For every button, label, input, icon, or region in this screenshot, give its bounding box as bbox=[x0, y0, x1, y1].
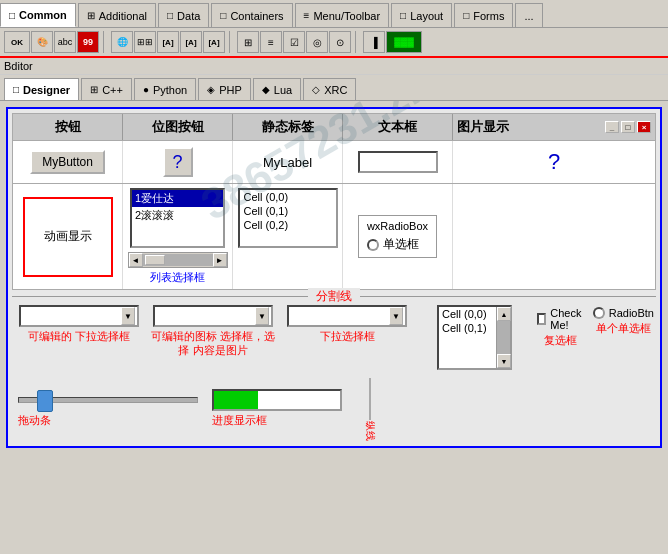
tab-designer[interactable]: □ Designer bbox=[4, 78, 79, 100]
radio-circle[interactable] bbox=[367, 239, 379, 251]
header-button: 按钮 bbox=[13, 114, 123, 140]
xrc-label: XRC bbox=[324, 84, 347, 96]
bottom-listbox-item-0[interactable]: Cell (0,0) bbox=[439, 307, 496, 321]
combo3-arrow[interactable]: ▼ bbox=[389, 307, 403, 325]
listctrl-item-0[interactable]: Cell (0,0) bbox=[240, 190, 336, 204]
toolbar-btn-check[interactable]: ☑ bbox=[283, 31, 305, 53]
toolbar-btn-text1[interactable]: [A] bbox=[157, 31, 179, 53]
combo1-arrow[interactable]: ▼ bbox=[121, 307, 135, 325]
toolbar-btn-ok[interactable]: OK bbox=[4, 31, 30, 53]
toolbar-btn-grid2[interactable]: ≡ bbox=[260, 31, 282, 53]
cpp-label: C++ bbox=[102, 84, 123, 96]
tab-python[interactable]: ● Python bbox=[134, 78, 196, 100]
tab-additional[interactable]: ⊞ Additional bbox=[78, 3, 156, 27]
widget-headers: 按钮 位图按钮 静态标签 文本框 图片显示 _ □ × bbox=[13, 114, 655, 140]
toolbar-btn-color[interactable]: 🎨 bbox=[31, 31, 53, 53]
scroll-down-btn[interactable]: ▼ bbox=[497, 354, 511, 368]
toolbar-btn-text3[interactable]: [A] bbox=[203, 31, 225, 53]
wx-listbox[interactable]: 1爱仕达 2滚滚滚 bbox=[130, 188, 225, 248]
listbox-item-0[interactable]: 1爱仕达 bbox=[132, 190, 223, 207]
toolbar-btn-globe[interactable]: 🌐 bbox=[111, 31, 133, 53]
tab-layout[interactable]: □ Layout bbox=[391, 3, 452, 27]
wx-listctrl[interactable]: Cell (0,0) Cell (0,1) Cell (0,2) bbox=[238, 188, 338, 248]
tab-layout-icon: □ bbox=[400, 10, 406, 21]
win-maximize-btn[interactable]: □ bbox=[621, 121, 635, 133]
cell-listbox: 1爱仕达 2滚滚滚 ◄ ► 列表选择框 bbox=[123, 184, 233, 289]
toolbar-btn-grid1[interactable]: ⊞ bbox=[237, 31, 259, 53]
tab-common[interactable]: □ Common bbox=[0, 3, 76, 27]
combo2-arrow[interactable]: ▼ bbox=[255, 307, 269, 325]
tab-additional-label: Additional bbox=[99, 10, 147, 22]
wx-checkbox[interactable]: Check Me! bbox=[537, 307, 585, 331]
toolbar-group-2: 🌐 ⊞⊞ [A] [A] [A] bbox=[111, 31, 225, 53]
scroll-track bbox=[497, 321, 510, 354]
php-icon: ◈ bbox=[207, 84, 215, 95]
tab-xrc[interactable]: ◇ XRC bbox=[303, 78, 356, 100]
toolbar-btn-abc[interactable]: abc bbox=[54, 31, 76, 53]
bottom-listbox-item-1[interactable]: Cell (0,1) bbox=[439, 321, 496, 335]
toolbar-btn-radio1[interactable]: ◎ bbox=[306, 31, 328, 53]
tab-menutoolbar[interactable]: ≡ Menu/Toolbar bbox=[295, 3, 390, 27]
toolbar-btn-num[interactable]: 99 bbox=[77, 31, 99, 53]
scroll-up-btn[interactable]: ▲ bbox=[497, 307, 511, 321]
radio-section: RadioBtn 单个单选框 bbox=[593, 307, 654, 336]
wx-mybutton[interactable]: MyButton bbox=[30, 150, 105, 174]
toolbar-btn-boxes[interactable]: ⊞⊞ bbox=[134, 31, 156, 53]
tab-php[interactable]: ◈ PHP bbox=[198, 78, 251, 100]
checkbox-section: Check Me! 复选框 bbox=[537, 307, 585, 348]
radiobox-option[interactable]: 单选框 bbox=[367, 236, 428, 253]
combo2-section: ▼ 可编辑的图标 选择框，选择 内容是图片 bbox=[148, 305, 278, 370]
designer-tab-bar: □ Designer ⊞ C++ ● Python ◈ PHP ◆ Lua ◇ … bbox=[0, 75, 668, 101]
toolbar-btn-slider[interactable]: ▐ bbox=[363, 31, 385, 53]
toolbar-btn-gauge[interactable]: ▓▓▓ bbox=[386, 31, 422, 53]
slider-label: 拖动条 bbox=[18, 413, 51, 428]
slider-track[interactable] bbox=[18, 397, 198, 403]
listctrl-item-2[interactable]: Cell (0,2) bbox=[240, 218, 336, 232]
wx-scrollbar[interactable]: ◄ ► bbox=[128, 252, 228, 268]
wx-combo3[interactable]: ▼ bbox=[287, 305, 407, 327]
bottom-listbox[interactable]: Cell (0,0) Cell (0,1) bbox=[439, 307, 496, 368]
scrollbar-right-btn[interactable]: ► bbox=[213, 253, 227, 267]
radiobox-label: 单选框 bbox=[383, 236, 419, 253]
tab-data-icon: □ bbox=[167, 10, 173, 21]
scrollbar-left-btn[interactable]: ◄ bbox=[129, 253, 143, 267]
tab-data[interactable]: □ Data bbox=[158, 3, 209, 27]
checkbox-sublabel: 复选框 bbox=[544, 333, 577, 348]
tab-menutoolbar-icon: ≡ bbox=[304, 10, 310, 21]
listbox-caption: 列表选择框 bbox=[150, 270, 205, 285]
staticline-label: 纵线 bbox=[363, 421, 377, 441]
tab-additional-icon: ⊞ bbox=[87, 10, 95, 21]
win-minimize-btn[interactable]: _ bbox=[605, 121, 619, 133]
cell-radiobox: wxRadioBox 单选框 bbox=[343, 184, 453, 289]
listctrl-item-1[interactable]: Cell (0,1) bbox=[240, 204, 336, 218]
tab-lua[interactable]: ◆ Lua bbox=[253, 78, 301, 100]
tab-more[interactable]: ... bbox=[515, 3, 542, 27]
tab-forms[interactable]: □ Forms bbox=[454, 3, 513, 27]
header-bmpbtn: 位图按钮 bbox=[123, 114, 233, 140]
cell-bmpshow: ? bbox=[453, 141, 655, 183]
radio-sublabel: 单个单选框 bbox=[596, 321, 651, 336]
header-static: 静态标签 bbox=[233, 114, 343, 140]
radio-btn-circle[interactable] bbox=[593, 307, 605, 319]
tab-containers[interactable]: □ Containers bbox=[211, 3, 292, 27]
wx-slider-wrapper bbox=[18, 389, 198, 411]
staticline-section: 纵线 bbox=[360, 378, 380, 438]
toolbar-sep-2 bbox=[229, 31, 233, 53]
win-close-btn[interactable]: × bbox=[637, 121, 651, 133]
tab-cpp[interactable]: ⊞ C++ bbox=[81, 78, 132, 100]
combo1-section: ▼ 可编辑的 下拉选择框 bbox=[14, 305, 144, 370]
checkbox-box[interactable] bbox=[537, 313, 546, 325]
wx-combo1[interactable]: ▼ bbox=[19, 305, 139, 327]
python-icon: ● bbox=[143, 84, 149, 95]
slider-thumb[interactable] bbox=[37, 390, 53, 412]
design-canvas: 38657231.zh 按钮 位图按钮 静态标签 文本框 图片显示 _ □ × bbox=[6, 107, 662, 448]
wx-combo2[interactable]: ▼ bbox=[153, 305, 273, 327]
wx-radio[interactable]: RadioBtn bbox=[593, 307, 654, 319]
wx-textctrl[interactable] bbox=[358, 151, 438, 173]
wx-bmpbtn[interactable]: ? bbox=[163, 147, 193, 177]
scrollbar-thumb[interactable] bbox=[145, 255, 165, 265]
toolbar-btn-text2[interactable]: [A] bbox=[180, 31, 202, 53]
bottom-widget-area: ▼ 可编辑的 下拉选择框 ▼ 可编辑的图标 选择框，选择 内容是图片 ▼ 下拉选… bbox=[12, 301, 656, 374]
listbox-item-1[interactable]: 2滚滚滚 bbox=[132, 207, 223, 224]
toolbar-btn-radio2[interactable]: ⊙ bbox=[329, 31, 351, 53]
